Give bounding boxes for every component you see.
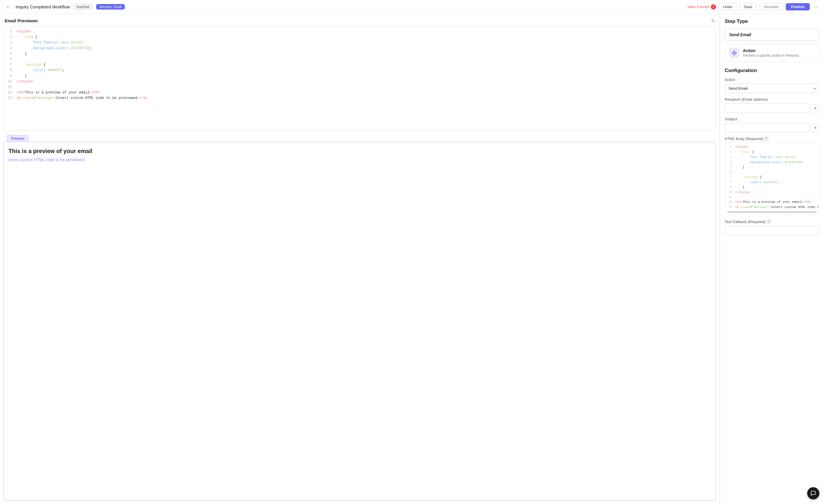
mini-line-9: 9 } [725,185,819,190]
code-line-13: 13 <p class="message">Insert custom HTML… [4,96,716,101]
action-label: Action [725,78,819,82]
mini-line-4: 4 background-color: #F1EBFF60; [725,160,819,165]
mini-line-6: 6 [725,170,819,175]
action-card-desc: Perform a specific action in Persona [743,53,799,57]
recipient-label: Recipient (Email address) [725,97,819,102]
mini-line-1: 1 <style> [725,145,819,150]
view-errors-button[interactable]: View 3 errors ! [687,4,716,10]
mini-line-3: 3 font-family: sans-serif; [725,155,819,160]
step-type-title: Step Type [725,18,819,24]
workflow-title: Inquiry Completed Workflow [16,4,70,9]
simulate-button[interactable]: Simulate [759,3,783,11]
subject-input[interactable] [725,123,810,132]
html-body-field: HTML Body (Required) ? 1 <style> 2 body … [725,137,819,215]
send-email-card[interactable]: Send Email [725,28,819,41]
mini-line-7: 7 .message { [725,175,819,180]
text-fallback-field: Text Fallback (Required) ? [725,220,819,235]
action-card-text: Action Perform a specific action in Pers… [743,48,799,57]
action-card[interactable]: Action Perform a specific action in Pers… [725,44,819,62]
publish-button[interactable]: Publish [786,3,810,10]
scrollbar-thumb[interactable] [727,211,817,213]
expand-button[interactable]: ⤡ [711,18,715,23]
recipient-add-button[interactable]: + [811,104,819,112]
code-line-12: 12 <h3>This is a preview of your email</… [4,90,716,96]
save-button[interactable]: Save [739,3,757,11]
code-line-8: 8 color: #AA85FF; [4,68,716,73]
undo-button[interactable]: Undo [719,3,737,11]
recipient-field: Recipient (Email address) + [725,97,819,113]
html-body-label: HTML Body (Required) ? [725,137,819,141]
preview-area: This is a preview of your email Insert c… [3,142,716,501]
preview-tab[interactable]: Preview [7,135,29,142]
subject-field: Subject + [725,117,819,132]
code-editor[interactable]: 1 <style> 2 body { 3 font-family: sans-s… [3,26,716,130]
chat-button[interactable] [807,487,819,499]
action-field: Action Send Email [725,78,819,93]
html-body-editor[interactable]: 1 <style> 2 body { 3 font-family: sans-s… [725,143,819,215]
preview-tab-container: Preview [3,133,716,142]
configuration-section: Configuration Action Send Email Recipien… [725,68,819,235]
code-line-11: 11 [4,85,716,90]
mini-line-2: 2 body { [725,150,819,155]
left-panel: Email Previewer ⤡ 1 <style> 2 body { 3 f… [0,14,720,504]
mini-line-13: 13 <p class="message">Insert custom HTML… [725,205,819,210]
subject-input-row: + [725,123,819,132]
header: ← Inquiry Completed Workflow Inactive Ve… [0,0,824,14]
code-line-4: 4 background-color: #F1EBFF60; [4,46,716,51]
text-fallback-label: Text Fallback (Required) ? [725,220,819,224]
text-fallback-info-icon[interactable]: ? [767,220,771,224]
back-button[interactable]: ← [5,3,12,11]
code-line-9: 9 } [4,74,716,79]
mini-line-10: 10 </style> [725,190,819,195]
mini-line-5: 5 } [725,165,819,170]
right-panel: Step Type Send Email Action Perform a sp… [720,14,824,504]
text-fallback-input[interactable] [725,226,819,235]
main-layout: Email Previewer ⤡ 1 <style> 2 body { 3 f… [0,14,824,504]
error-count-icon: ! [711,4,716,10]
action-select[interactable]: Send Email [725,84,819,93]
header-actions: View 3 errors ! Undo Save Simulate Publi… [687,3,819,11]
panel-header: Email Previewer ⤡ [0,14,719,26]
preview-paragraph: Insert custom HTML code to be previewed. [8,157,711,162]
code-line-3: 3 font-family: sans-serif; [4,40,716,45]
mini-line-12: 12 <h3>This is a preview of your email</… [725,200,819,205]
inactive-badge: Inactive [73,4,93,10]
subject-label: Subject [725,117,819,121]
code-line-1: 1 <style> [4,29,716,34]
code-line-2: 2 body { [4,34,716,40]
mini-line-8: 8 color: #AA85FF; [725,180,819,185]
code-line-10: 10 </style> [4,79,716,85]
svg-marker-0 [732,50,737,55]
view-errors-text: View 3 errors [687,5,709,9]
panel-title: Email Previewer [5,18,38,23]
code-line-7: 7 .message { [4,62,716,68]
preview-heading: This is a preview of your email [8,148,711,154]
action-card-label: Action [743,48,799,53]
code-line-6: 6 [4,57,716,62]
recipient-input-row: + [725,103,819,113]
recipient-input[interactable] [725,103,810,113]
subject-add-button[interactable]: + [811,124,819,132]
config-title: Configuration [725,68,819,74]
code-line-5: 5 } [4,51,716,57]
action-icon [729,48,739,58]
draft-badge: Version: Draft [96,4,125,10]
more-options-button[interactable]: ··· [813,3,819,11]
mini-line-11: 11 [725,195,819,200]
html-body-info-icon[interactable]: ? [764,137,768,141]
